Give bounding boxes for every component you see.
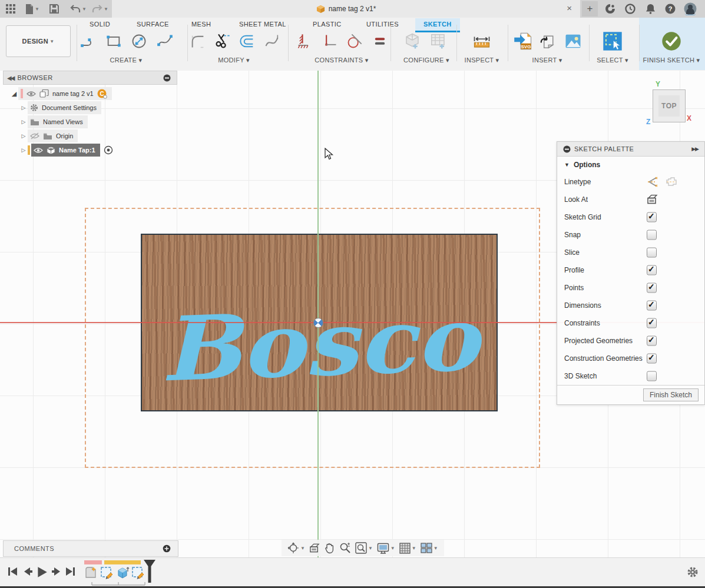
visibility-eye-icon[interactable] <box>34 147 43 154</box>
timeline-rollback-bar[interactable] <box>84 560 102 564</box>
group-select[interactable]: SELECT ▾ <box>597 57 628 64</box>
offset-tool-icon[interactable] <box>237 31 258 52</box>
timeline-group-bar[interactable] <box>104 560 141 564</box>
slice-checkbox[interactable] <box>647 248 657 258</box>
tab-surface[interactable]: SURFACE <box>128 18 177 31</box>
group-finish-sketch[interactable]: FINISH SKETCH ▾ <box>643 57 700 64</box>
tab-utilities[interactable]: UTILITIES <box>358 18 407 31</box>
app-grid-icon[interactable] <box>4 2 18 15</box>
tree-row-name-tap[interactable]: ▷ Name Tap:1 <box>19 143 113 157</box>
finish-sketch-button[interactable]: Finish Sketch <box>643 388 699 401</box>
configure-table-icon[interactable] <box>428 31 449 52</box>
measure-tool-icon[interactable] <box>471 31 492 52</box>
new-tab-button[interactable]: + <box>582 1 598 16</box>
insert-svg-icon[interactable]: SVG <box>512 31 534 52</box>
canvas-image-icon[interactable] <box>562 31 584 52</box>
options-section-header[interactable]: ▼ Options <box>557 157 704 173</box>
visibility-eye-icon[interactable] <box>27 91 36 97</box>
timeline-settings-gear-icon[interactable] <box>687 566 699 578</box>
fixed-constraint-icon[interactable] <box>294 31 315 52</box>
spline-tool-icon[interactable] <box>154 31 176 52</box>
profile-checkbox[interactable] <box>647 265 657 275</box>
construction-geometries-checkbox[interactable] <box>647 354 657 364</box>
decal-tool-icon[interactable] <box>537 31 558 52</box>
collapsed-triangle-icon[interactable]: ▷ <box>19 105 28 111</box>
tab-sheet-metal[interactable]: SHEET METAL <box>231 18 294 31</box>
comments-bar[interactable]: COMMENTS <box>3 540 178 557</box>
timeline-extrude-feature-icon[interactable] <box>115 566 130 580</box>
design-workspace-button[interactable]: DESIGN▼ <box>6 25 71 57</box>
collapsed-triangle-icon[interactable]: ▷ <box>19 119 28 125</box>
timeline-step-forward-button[interactable] <box>51 566 62 577</box>
projected-linetype-icon[interactable] <box>666 177 677 187</box>
projected-geometries-checkbox[interactable] <box>647 336 657 346</box>
viewports-icon[interactable]: ▼ <box>421 543 438 553</box>
expand-panel-icon[interactable]: ▶▶ <box>691 146 699 152</box>
save-icon[interactable] <box>47 2 61 15</box>
grid-settings-icon[interactable]: ▼ <box>399 543 416 554</box>
redo-icon[interactable]: ▼ <box>90 2 111 15</box>
visibility-off-eye-icon[interactable] <box>30 132 39 139</box>
file-menu-icon[interactable]: ▼ <box>22 2 42 15</box>
timeline-skip-end-button[interactable] <box>64 566 76 577</box>
collapsed-triangle-icon[interactable]: ▷ <box>19 147 28 153</box>
timeline-position-marker[interactable] <box>143 559 156 584</box>
collapse-panel-icon[interactable]: ◀◀ <box>7 75 14 81</box>
sketch-grid-checkbox[interactable] <box>647 212 657 222</box>
group-modify[interactable]: MODIFY ▾ <box>218 57 250 64</box>
group-inspect[interactable]: INSPECT ▾ <box>465 57 499 64</box>
timeline-sketch-feature-icon[interactable] <box>100 566 114 580</box>
line-tool-icon[interactable] <box>78 31 99 52</box>
tree-row-origin[interactable]: ▷ Origin <box>19 129 78 143</box>
close-tab-icon[interactable]: × <box>567 4 572 12</box>
collapsed-triangle-icon[interactable]: ▷ <box>19 133 28 139</box>
sketch-palette-header[interactable]: SKETCH PALETTE ▶▶ <box>557 142 704 157</box>
3d-sketch-checkbox[interactable] <box>647 371 657 381</box>
display-settings-icon[interactable]: ▼ <box>377 543 395 554</box>
help-icon[interactable]: ? <box>663 2 677 15</box>
tab-solid[interactable]: SOLID <box>81 18 118 31</box>
construction-linetype-icon[interactable] <box>647 177 658 187</box>
look-at-icon[interactable] <box>647 195 658 205</box>
group-insert[interactable]: INSERT ▾ <box>532 57 562 64</box>
tab-mesh[interactable]: MESH <box>183 18 219 31</box>
rectangle-tool-icon[interactable] <box>103 31 124 52</box>
equal-constraint-icon[interactable] <box>369 31 390 52</box>
activate-component-radio-icon[interactable] <box>104 145 113 155</box>
tab-plastic[interactable]: PLASTIC <box>304 18 350 31</box>
browser-header[interactable]: ◀◀ BROWSER <box>3 71 177 85</box>
group-create[interactable]: CREATE ▾ <box>110 57 143 64</box>
timeline-component-feature-icon[interactable] <box>84 566 98 580</box>
undo-icon[interactable]: ▼ <box>68 2 89 15</box>
fillet-tool-icon[interactable] <box>187 31 208 52</box>
tree-row-document-settings[interactable]: ▷ Document Settings <box>19 101 101 115</box>
document-tab[interactable]: name tag 2 v1* × <box>112 0 580 18</box>
edit-curve-tool-icon[interactable] <box>262 31 283 52</box>
avatar[interactable] <box>683 2 697 15</box>
timeline-skip-start-button[interactable] <box>7 566 19 577</box>
timeline-play-button[interactable] <box>35 566 47 577</box>
group-configure[interactable]: CONFIGURE ▾ <box>403 57 449 64</box>
sketch-origin-point[interactable] <box>313 318 323 328</box>
points-checkbox[interactable] <box>647 283 657 293</box>
trim-tool-icon[interactable] <box>212 31 233 52</box>
tree-row-named-views[interactable]: ▷ Named Views <box>19 115 88 129</box>
look-at-icon[interactable] <box>309 543 320 553</box>
tangent-constraint-icon[interactable] <box>344 31 365 52</box>
panel-minus-icon[interactable] <box>563 145 571 153</box>
viewcube[interactable]: TOP <box>653 89 686 122</box>
job-status-clock-icon[interactable] <box>623 2 637 15</box>
orbit-icon[interactable]: ▼ <box>287 542 305 554</box>
circle-tool-icon[interactable] <box>128 31 150 52</box>
expand-triangle-icon[interactable]: ◢ <box>10 90 18 98</box>
snap-checkbox[interactable] <box>647 230 657 240</box>
zoom-icon[interactable] <box>339 542 351 554</box>
group-constraints[interactable]: CONSTRAINTS ▾ <box>315 57 368 64</box>
model-canvas[interactable]: Bosco TOP Y Z X ◀◀ BROWSER ◢ <box>0 71 705 557</box>
sketch-y-axis-line[interactable] <box>317 71 319 557</box>
timeline-step-back-button[interactable] <box>22 566 34 577</box>
select-tool-icon[interactable] <box>602 31 623 52</box>
coincident-constraint-icon[interactable] <box>319 31 340 52</box>
notifications-bell-icon[interactable] <box>643 2 657 15</box>
extensions-icon[interactable] <box>603 2 617 15</box>
